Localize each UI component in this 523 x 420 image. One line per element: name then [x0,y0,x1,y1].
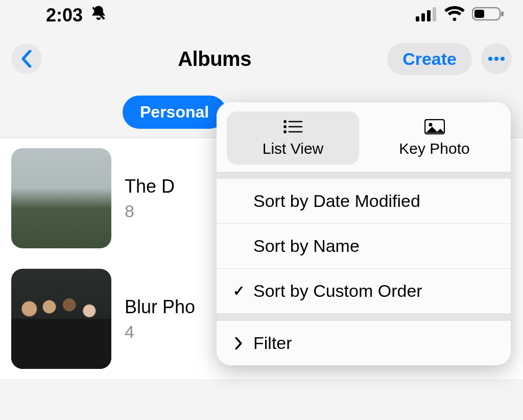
svg-rect-6 [474,10,484,18]
svg-point-8 [488,57,492,61]
svg-rect-3 [427,10,431,21]
sort-date-modified[interactable]: Sort by Date Modified [217,179,511,224]
silent-mode-icon [90,5,107,27]
photo-icon [424,119,445,135]
sort-custom-order[interactable]: ✓ Sort by Custom Order [217,269,511,314]
filter-item[interactable]: Filter [217,321,511,365]
view-tab-key-photo[interactable]: Key Photo [368,111,501,165]
album-thumbnail [11,148,111,248]
sort-custom-order-label: Sort by Custom Order [253,281,422,301]
status-time: 2:03 [46,5,83,26]
chevron-left-icon [20,50,33,67]
wifi-icon [444,5,465,26]
svg-rect-2 [421,13,425,21]
checkmark-icon: ✓ [231,283,246,299]
album-count: 8 [125,201,175,221]
view-tab-key-photo-label: Key Photo [399,140,469,157]
back-button[interactable] [11,43,42,74]
svg-point-12 [284,126,286,127]
album-thumbnail [11,269,111,369]
list-icon [283,119,303,135]
album-count: 4 [125,322,195,342]
svg-point-9 [494,57,498,61]
svg-point-10 [501,57,505,61]
sort-name-label: Sort by Name [253,236,360,256]
svg-point-13 [284,131,286,132]
chevron-right-icon [231,337,246,349]
ellipsis-icon [488,57,505,61]
view-tab-list-label: List View [263,140,324,157]
create-button[interactable]: Create [387,43,472,75]
view-tab-list[interactable]: List View [227,111,359,165]
svg-rect-7 [501,11,504,16]
cellular-icon [416,5,437,26]
page-title: Albums [178,48,251,71]
album-title: Blur Pho [125,296,195,318]
sort-date-modified-label: Sort by Date Modified [253,191,420,211]
sort-name[interactable]: Sort by Name [217,224,511,269]
filter-label: Filter [253,333,292,353]
svg-rect-4 [433,7,436,21]
status-right [416,5,505,26]
more-button[interactable] [481,43,512,74]
album-title: The D [125,176,175,197]
nav-header: Albums Create [0,31,523,87]
svg-rect-1 [416,16,419,21]
svg-point-18 [429,123,432,127]
status-bar: 2:03 [0,0,523,31]
svg-point-11 [284,121,286,122]
battery-icon [472,5,505,26]
options-popover: List View Key Photo Sort by Date Modifie… [217,102,511,365]
status-left: 2:03 [46,5,107,27]
chip-personal[interactable]: Personal [123,96,226,129]
